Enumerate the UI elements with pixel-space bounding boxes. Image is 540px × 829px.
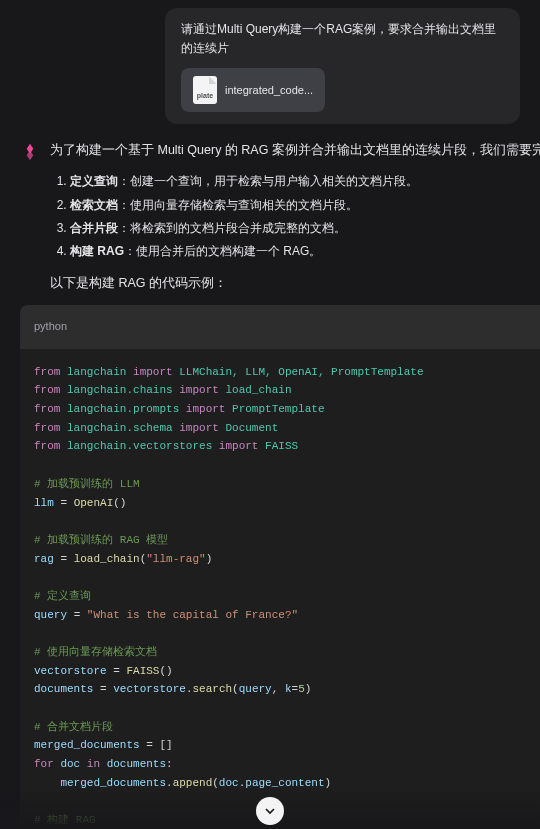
- code-intro: 以下是构建 RAG 的代码示例：: [50, 273, 540, 293]
- list-item: 检索文档：使用向量存储检索与查询相关的文档片段。: [70, 196, 540, 215]
- response-intro: 为了构建一个基于 Multi Query 的 RAG 案例并合并输出文档里的连续…: [50, 140, 540, 160]
- bottom-fade-overlay: [0, 789, 540, 829]
- user-prompt-text: 请通过Multi Query构建一个RAG案例，要求合并输出文档里的连续片: [181, 20, 504, 58]
- user-message: 请通过Multi Query构建一个RAG案例，要求合并输出文档里的连续片 pl…: [165, 8, 520, 124]
- scroll-down-button[interactable]: [256, 797, 284, 825]
- list-item: 构建 RAG：使用合并后的文档构建一个 RAG。: [70, 242, 540, 261]
- steps-list: 定义查询：创建一个查询，用于检索与用户输入相关的文档片段。 检索文档：使用向量存…: [70, 172, 540, 261]
- attachment-filename: integrated_code...: [225, 82, 313, 100]
- list-item: 定义查询：创建一个查询，用于检索与用户输入相关的文档片段。: [70, 172, 540, 191]
- file-attachment[interactable]: plate integrated_code...: [181, 68, 325, 112]
- code-block: python from langchain import LLMChain, L…: [20, 305, 540, 829]
- assistant-avatar-icon: [20, 142, 40, 162]
- code-language-label: python: [34, 318, 67, 336]
- file-icon: plate: [193, 76, 217, 104]
- assistant-response: 为了构建一个基于 Multi Query 的 RAG 案例并合并输出文档里的连续…: [0, 140, 540, 829]
- code-content: from langchain import LLMChain, LLM, Ope…: [20, 349, 540, 829]
- list-item: 合并片段：将检索到的文档片段合并成完整的文档。: [70, 219, 540, 238]
- code-header: python: [20, 305, 540, 349]
